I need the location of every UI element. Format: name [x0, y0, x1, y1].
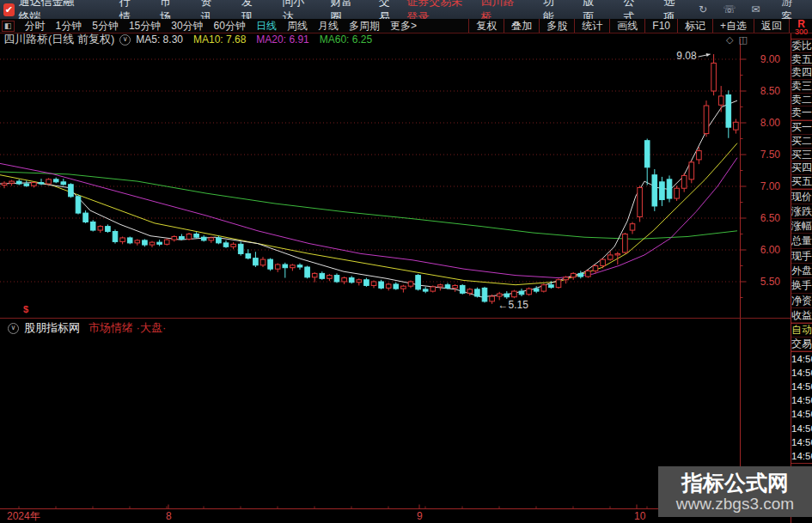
quote-row-涨跌: 涨跌 — [791, 204, 812, 219]
quote-row-买一: 买一 — [791, 121, 812, 135]
quote-row-换手: 换手 — [791, 278, 812, 293]
toolbar-button-标记[interactable]: 标记 — [678, 19, 713, 33]
ma-value-MA20: MA20: 6.91 — [256, 33, 308, 46]
panel-tab-交易[interactable]: 交易 — [791, 338, 812, 351]
tick-time-row: 14:56 — [791, 366, 812, 380]
tick-time-row: 14:56 — [791, 422, 812, 435]
quote-row-卖五: 卖五 — [791, 53, 812, 67]
toolbar-button-多股[interactable]: 多股 — [540, 19, 575, 33]
toolbar-button-统计[interactable]: 统计 — [575, 19, 610, 33]
period-tab-分时[interactable]: 分时 — [20, 19, 51, 33]
svg-text:9: 9 — [417, 510, 423, 522]
toolbar-button-叠加[interactable]: 叠加 — [504, 19, 540, 33]
diamond-icon[interactable]: ◇ — [726, 34, 733, 46]
mail-icon[interactable]: ✉ — [743, 3, 767, 15]
chart-corner-icons: ◇◫ — [726, 34, 748, 46]
quote-row-买四: 买四 — [791, 161, 812, 175]
quote-row-现手: 现手 — [791, 249, 812, 264]
quote-row-卖四: 卖四 — [791, 66, 812, 80]
svg-text:9.00: 9.00 — [760, 53, 781, 65]
quote-row-委比: 委比 — [791, 40, 812, 53]
quote-row-买二: 买二 — [791, 135, 812, 149]
period-tab-周线[interactable]: 周线 — [282, 19, 313, 33]
quote-row-现价: 现价 — [791, 190, 812, 204]
rights-num-label: 300 — [791, 28, 811, 36]
quote-row-外盘: 外盘 — [791, 264, 812, 278]
menu-icon-group: ↻☏✉ — [691, 3, 767, 15]
period-tabs: 分时1分钟5分钟15分钟30分钟60分钟日线周线月线多周期 — [20, 19, 385, 33]
refresh-icon[interactable]: ↻ — [691, 3, 715, 15]
rights-indicator: R 300 — [791, 20, 811, 36]
svg-text:6.00: 6.00 — [760, 244, 781, 256]
indicator-panel-header: ∨ 股朋指标网 市场情绪 ·大盘· — [3, 320, 166, 336]
toolbar-button-返回[interactable]: 返回 — [754, 19, 790, 33]
quote-row-买五: 买五 — [791, 175, 812, 189]
quote-row-收益: 收益 — [791, 308, 812, 323]
svg-text:7.00: 7.00 — [760, 180, 781, 192]
ma-values: MA5: 8.30MA10: 7.68MA20: 6.91MA60: 6.25 — [136, 33, 382, 46]
quote-row-卖三: 卖三 — [791, 80, 812, 94]
svg-text:8: 8 — [166, 510, 172, 522]
period-tab-15分钟[interactable]: 15分钟 — [124, 19, 166, 33]
panel-tab-自动[interactable]: 自动 — [791, 324, 812, 338]
ma-value-MA5: MA5: 8.30 — [136, 33, 183, 46]
period-tab-月线[interactable]: 月线 — [313, 19, 344, 33]
period-tab-1分钟[interactable]: 1分钟 — [51, 19, 88, 33]
tdx-terminal-window: 9.08←5.15$9.008.508.007.507.006.506.005.… — [0, 0, 812, 523]
collapse-chevron-icon[interactable]: ∨ — [119, 34, 131, 46]
tick-time-row: 14:56 — [791, 393, 812, 407]
watermark-url: www.zbgs3.com — [676, 495, 794, 514]
tick-time-row: 14:56 — [791, 435, 812, 449]
svg-text:5.50: 5.50 — [760, 276, 781, 288]
quote-row-卖二: 卖二 — [791, 94, 812, 107]
quote-row-净资: 净资 — [791, 294, 812, 308]
svg-text:$: $ — [23, 304, 28, 314]
chart-title: 四川路桥(日线 前复权) — [3, 32, 114, 47]
svg-text:9.08: 9.08 — [676, 50, 697, 62]
period-toolbar: ◧ 分时1分钟5分钟15分钟30分钟60分钟日线周线月线多周期 更多> 复权叠加… — [0, 19, 812, 33]
toolbar-button-F10[interactable]: F10 — [645, 19, 678, 33]
period-tab-60分钟[interactable]: 60分钟 — [209, 19, 251, 33]
ma-value-MA60: MA60: 6.25 — [320, 33, 372, 46]
quote-row-卖一: 卖一 — [791, 106, 812, 120]
quote-panel: 委比卖五卖四卖三卖二卖一买一买二买三买四买五现价涨跌涨幅总量现手外盘换手净资收益… — [791, 39, 812, 464]
app-logo-icon: ✔ — [3, 3, 15, 16]
toolbar-button-+自选[interactable]: +自选 — [713, 19, 754, 33]
toolbar-button-画线[interactable]: 画线 — [610, 19, 645, 33]
period-tab-5分钟[interactable]: 5分钟 — [87, 19, 124, 33]
toolbar-buttons: 复权叠加多股统计画线F10标记+自选返回 — [468, 19, 790, 33]
phone-icon[interactable]: ☏ — [715, 3, 743, 15]
watermark: 指标公式网 www.zbgs3.com — [658, 466, 812, 517]
svg-text:6.50: 6.50 — [760, 212, 781, 224]
indicator-source-label: 股朋指标网 — [24, 320, 80, 336]
watermark-title: 指标公式网 — [681, 471, 789, 495]
svg-text:8.50: 8.50 — [760, 85, 781, 97]
quote-row-涨幅: 涨幅 — [791, 219, 812, 234]
toolbar-button-复权[interactable]: 复权 — [469, 19, 504, 33]
svg-text:10: 10 — [634, 510, 646, 522]
candlestick-chart[interactable]: 9.08←5.15$9.008.508.007.507.006.506.005.… — [0, 0, 812, 523]
indicator-name-label[interactable]: 市场情绪 ·大盘· — [89, 320, 166, 336]
svg-text:2024年: 2024年 — [7, 510, 40, 522]
period-tab-多周期[interactable]: 多周期 — [344, 19, 385, 33]
quote-row-总量: 总量 — [791, 234, 812, 248]
layout-icon[interactable]: ◧ — [2, 21, 15, 32]
panel-toggle-icon[interactable]: ◫ — [738, 34, 747, 46]
svg-text:7.50: 7.50 — [760, 149, 781, 161]
tick-time-row: 14:56 — [791, 449, 812, 463]
chart-header: 四川路桥(日线 前复权) ∨ MA5: 8.30MA10: 7.68MA20: … — [3, 33, 382, 46]
ma-value-MA10: MA10: 7.68 — [193, 33, 246, 46]
period-tab-30分钟[interactable]: 30分钟 — [166, 19, 208, 33]
collapse-chevron-icon[interactable]: ∨ — [8, 323, 19, 334]
svg-text:8.00: 8.00 — [760, 117, 781, 129]
more-periods-button[interactable]: 更多> — [385, 19, 422, 33]
tick-time-row: 14:56 — [791, 352, 812, 366]
svg-text:←5.15: ←5.15 — [498, 299, 529, 311]
period-tab-日线[interactable]: 日线 — [251, 19, 282, 33]
tick-time-row: 14:56 — [791, 407, 812, 421]
quote-row-买三: 买三 — [791, 149, 812, 162]
menubar: ✔ 通达信金融终端 行情市场资讯发现问小达财富圈交易 证券交易未登录 四川路桥 … — [0, 0, 812, 19]
tick-time-row: 14:56 — [791, 380, 812, 393]
